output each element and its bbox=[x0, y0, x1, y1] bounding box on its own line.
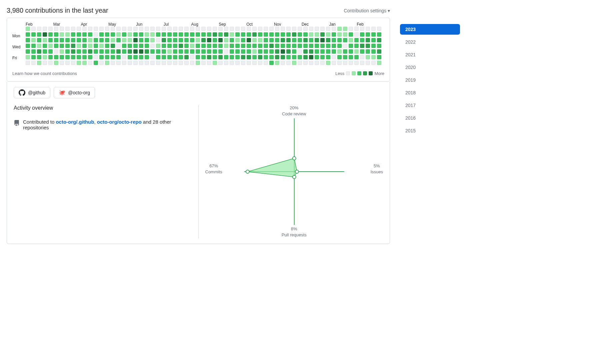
contribution-cell[interactable] bbox=[162, 38, 166, 42]
contribution-cell[interactable] bbox=[337, 44, 342, 48]
contribution-cell[interactable] bbox=[139, 32, 143, 37]
contribution-cell[interactable] bbox=[26, 44, 30, 48]
contribution-cell[interactable] bbox=[139, 49, 143, 54]
contribution-cell[interactable] bbox=[48, 27, 53, 31]
contribution-cell[interactable] bbox=[218, 49, 223, 54]
contribution-cell[interactable] bbox=[326, 49, 330, 54]
contribution-cell[interactable] bbox=[258, 44, 262, 48]
contribution-cell[interactable] bbox=[94, 44, 98, 48]
contribution-cell[interactable] bbox=[218, 38, 223, 42]
contribution-cell[interactable] bbox=[281, 38, 285, 42]
year-2023[interactable]: 2023 bbox=[400, 24, 460, 35]
contribution-cell[interactable] bbox=[37, 61, 41, 65]
contribution-cell[interactable] bbox=[315, 44, 319, 48]
contribution-cell[interactable] bbox=[252, 44, 257, 48]
contribution-cell[interactable] bbox=[264, 32, 268, 37]
contribution-cell[interactable] bbox=[77, 38, 81, 42]
contribution-cell[interactable] bbox=[326, 32, 330, 37]
contribution-cell[interactable] bbox=[94, 55, 98, 59]
contribution-cell[interactable] bbox=[213, 38, 217, 42]
contribution-cell[interactable] bbox=[60, 55, 64, 59]
contribution-cell[interactable] bbox=[26, 55, 30, 59]
contribution-cell[interactable] bbox=[309, 32, 313, 37]
contribution-cell[interactable] bbox=[190, 32, 194, 37]
contribution-cell[interactable] bbox=[337, 55, 342, 59]
contribution-cell[interactable] bbox=[150, 61, 155, 65]
contribution-cell[interactable] bbox=[31, 38, 36, 42]
contribution-cell[interactable] bbox=[371, 55, 376, 59]
contribution-cell[interactable] bbox=[281, 32, 285, 37]
contribution-cell[interactable] bbox=[207, 38, 211, 42]
contribution-cell[interactable] bbox=[275, 44, 279, 48]
contribution-cell[interactable] bbox=[230, 61, 234, 65]
contribution-cell[interactable] bbox=[167, 38, 172, 42]
contribution-cell[interactable] bbox=[275, 27, 279, 31]
contribution-cell[interactable] bbox=[184, 32, 189, 37]
contribution-cell[interactable] bbox=[269, 55, 274, 59]
contribution-cell[interactable] bbox=[218, 55, 223, 59]
contribution-cell[interactable] bbox=[201, 32, 206, 37]
contribution-cell[interactable] bbox=[65, 49, 70, 54]
contribution-cell[interactable] bbox=[354, 38, 359, 42]
contribution-cell[interactable] bbox=[371, 44, 376, 48]
contribution-cell[interactable] bbox=[122, 61, 126, 65]
contribution-cell[interactable] bbox=[292, 27, 296, 31]
contribution-cell[interactable] bbox=[218, 27, 223, 31]
contribution-cell[interactable] bbox=[360, 44, 364, 48]
contribution-cell[interactable] bbox=[207, 44, 211, 48]
contribution-cell[interactable] bbox=[343, 38, 347, 42]
contribution-cell[interactable] bbox=[298, 44, 302, 48]
contribution-cell[interactable] bbox=[224, 38, 228, 42]
contribution-cell[interactable] bbox=[201, 61, 206, 65]
contribution-cell[interactable] bbox=[303, 32, 308, 37]
contribution-cell[interactable] bbox=[258, 38, 262, 42]
year-2022[interactable]: 2022 bbox=[400, 37, 460, 47]
contribution-cell[interactable] bbox=[371, 38, 376, 42]
contribution-cell[interactable] bbox=[286, 61, 291, 65]
contribution-cell[interactable] bbox=[65, 38, 70, 42]
contribution-cell[interactable] bbox=[303, 44, 308, 48]
contribution-cell[interactable] bbox=[332, 55, 336, 59]
contribution-cell[interactable] bbox=[162, 32, 166, 37]
contribution-cell[interactable] bbox=[94, 38, 98, 42]
contribution-cell[interactable] bbox=[315, 49, 319, 54]
contribution-cell[interactable] bbox=[156, 49, 160, 54]
contribution-cell[interactable] bbox=[343, 49, 347, 54]
contribution-cell[interactable] bbox=[122, 44, 126, 48]
contribution-cell[interactable] bbox=[218, 61, 223, 65]
contribution-cell[interactable] bbox=[139, 38, 143, 42]
contribution-cell[interactable] bbox=[252, 27, 257, 31]
contribution-cell[interactable] bbox=[241, 55, 245, 59]
contribution-cell[interactable] bbox=[269, 32, 274, 37]
contribution-cell[interactable] bbox=[37, 44, 41, 48]
contribution-cell[interactable] bbox=[111, 61, 115, 65]
contribution-cell[interactable] bbox=[332, 61, 336, 65]
contribution-cell[interactable] bbox=[286, 27, 291, 31]
contribution-cell[interactable] bbox=[337, 27, 342, 31]
contribution-cell[interactable] bbox=[343, 32, 347, 37]
contribution-cell[interactable] bbox=[105, 55, 109, 59]
contribution-cell[interactable] bbox=[252, 32, 257, 37]
contribution-cell[interactable] bbox=[224, 55, 228, 59]
contribution-cell[interactable] bbox=[190, 27, 194, 31]
contribution-cell[interactable] bbox=[241, 27, 245, 31]
contribution-cell[interactable] bbox=[179, 32, 183, 37]
contribution-cell[interactable] bbox=[99, 44, 104, 48]
contribution-cell[interactable] bbox=[173, 49, 177, 54]
contribution-cell[interactable] bbox=[196, 55, 200, 59]
contribution-cell[interactable] bbox=[54, 55, 58, 59]
contribution-cell[interactable] bbox=[303, 49, 308, 54]
contribution-cell[interactable] bbox=[332, 32, 336, 37]
contribution-cell[interactable] bbox=[173, 27, 177, 31]
contribution-cell[interactable] bbox=[303, 61, 308, 65]
contribution-cell[interactable] bbox=[371, 27, 376, 31]
contribution-cell[interactable] bbox=[105, 27, 109, 31]
contribution-cell[interactable] bbox=[43, 55, 47, 59]
contribution-cell[interactable] bbox=[230, 27, 234, 31]
contribution-cell[interactable] bbox=[349, 27, 353, 31]
contribution-cell[interactable] bbox=[71, 32, 75, 37]
contribution-cell[interactable] bbox=[377, 38, 381, 42]
year-2018[interactable]: 2018 bbox=[400, 87, 460, 98]
contribution-cell[interactable] bbox=[281, 55, 285, 59]
contribution-cell[interactable] bbox=[150, 49, 155, 54]
